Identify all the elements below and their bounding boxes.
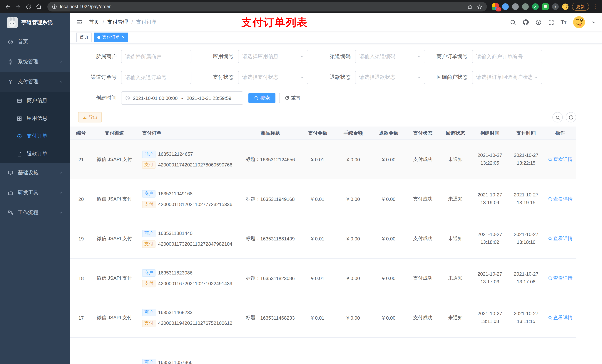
title-prefix: 标题： <box>246 235 260 242</box>
merchant-tag: 商户 <box>142 309 155 316</box>
tag-pay-order[interactable]: 支付订单 × <box>94 32 128 42</box>
breadcrumb-home[interactable]: 首页 <box>89 19 99 26</box>
pay-status-select[interactable]: 请选择支付状态 <box>238 71 308 84</box>
tag-label: 首页 <box>80 34 88 40</box>
logo[interactable]: 芋道管理系统 <box>0 13 70 32</box>
filter-label: 应用编号 <box>197 53 238 60</box>
search-button-label: 搜索 <box>260 95 270 101</box>
merchant-select[interactable] <box>121 50 191 63</box>
browser-home-icon[interactable] <box>34 2 44 11</box>
sidebar-toggle-icon[interactable] <box>76 19 83 26</box>
toggle-search-button[interactable] <box>552 112 563 123</box>
extension-drop-icon[interactable] <box>502 3 509 10</box>
cell-notify: 未通知 <box>439 179 472 219</box>
table-row[interactable]: 17 微信 JSAPI 支付 商户 1635311468233 支付 42000… <box>70 298 576 338</box>
sidebar-item-workflow[interactable]: 工作流程 <box>0 203 70 223</box>
search-button[interactable]: 搜索 <box>248 93 275 103</box>
channel-order-no-input[interactable] <box>125 74 187 80</box>
extension-globe-icon[interactable] <box>512 3 519 10</box>
reset-button[interactable]: 重置 <box>279 93 306 103</box>
extension-check-icon[interactable]: ✓ <box>532 3 539 10</box>
browser-back-icon[interactable] <box>3 2 13 11</box>
browser-menu-icon[interactable]: ⋮ <box>592 3 598 10</box>
cell-order: 商户 1635311823086 支付 42000011672021102710… <box>137 259 241 298</box>
sidebar-item-infra[interactable]: 基础设施 <box>0 163 70 183</box>
browser-update-button[interactable]: 更新 <box>572 3 589 11</box>
created-time: 13:17:03 <box>480 278 499 286</box>
sidebar-item-refund-order[interactable]: 退款订单 <box>0 145 70 163</box>
extension-circle-icon[interactable] <box>522 3 529 10</box>
cell-refund: ¥ 0.00 <box>371 140 407 179</box>
channel-code-select[interactable]: 请输入渠道编码 <box>355 50 425 63</box>
font-size-icon[interactable]: TT <box>560 19 567 26</box>
view-detail-link[interactable]: 查看详情 <box>548 275 573 281</box>
monitor-icon <box>7 170 13 176</box>
sidebar-item-pay[interactable]: ¥ 支付管理 <box>0 72 70 92</box>
browser-refresh-icon[interactable] <box>24 2 33 11</box>
browser-forward-icon[interactable] <box>13 2 23 11</box>
table-row[interactable]: 18 微信 JSAPI 支付 商户 1635311823086 支付 42000… <box>70 259 576 298</box>
export-button[interactable]: 导出 <box>78 112 102 123</box>
create-time-range-picker[interactable]: 2021-10-01 00:00:00 - 2021-10-31 23:59:5… <box>121 91 243 105</box>
table-row[interactable]: 20 微信 JSAPI 支付 商户 1635311949168 支付 42000… <box>70 179 576 219</box>
merchant-order-no-input[interactable] <box>476 54 538 60</box>
site-info-icon[interactable] <box>52 4 57 9</box>
view-detail-link[interactable]: 查看详情 <box>548 235 573 242</box>
sidebar-item-devtools[interactable]: 研发工具 <box>0 183 70 203</box>
pay-order-no: 4200001167202110271022491439 <box>158 281 232 286</box>
cell-title: 标题：1635311823086 <box>241 259 300 298</box>
bookmark-star-icon[interactable] <box>477 4 483 10</box>
view-detail-link[interactable]: 查看详情 <box>548 314 573 321</box>
channel-order-no-field[interactable] <box>121 71 191 84</box>
cell-status: 支付成功 <box>407 298 439 337</box>
sidebar-item-system[interactable]: 系统管理 <box>0 52 70 72</box>
refresh-table-button[interactable] <box>566 112 576 123</box>
pay-submenu: 商户信息 应用信息 支付订单 退款订单 <box>0 92 70 163</box>
sidebar-item-label: 退款订单 <box>27 151 47 157</box>
user-avatar[interactable] <box>573 16 585 29</box>
fullscreen-icon[interactable] <box>548 19 554 25</box>
breadcrumb-section[interactable]: 支付管理 <box>107 19 128 26</box>
cell-notify: 未通知 <box>439 219 472 258</box>
share-icon[interactable] <box>467 4 473 9</box>
sidebar-item-pay-order[interactable]: 支付订单 <box>0 127 70 145</box>
paid-time: 13:17:08 <box>517 278 535 286</box>
tag-close-icon[interactable]: × <box>122 35 125 40</box>
app-select[interactable]: 请选择应用信息 <box>238 50 308 63</box>
view-detail-link[interactable]: 查看详情 <box>548 156 573 163</box>
address-bar[interactable]: localhost:1024/pay/order <box>47 2 487 11</box>
cell-paid-time: 2021-10-27 13:19:15 <box>508 179 544 219</box>
created-date: 2021-10-27 <box>478 191 502 199</box>
extension-colorful-icon[interactable]: 10 <box>492 3 499 10</box>
refund-status-select[interactable]: 请选择退款状态 <box>355 71 425 84</box>
select-placeholder: 请输入渠道编码 <box>359 53 395 60</box>
extension-puzzle-icon[interactable]: ✦ <box>552 3 559 10</box>
pay-tag: 支付 <box>142 161 155 168</box>
filter-label: 创建时间 <box>80 95 121 101</box>
help-icon[interactable] <box>535 19 542 25</box>
table-row[interactable]: 21 微信 JSAPI 支付 商户 1635312124657 支付 42000… <box>70 140 576 179</box>
cell-notify: 未通知 <box>439 140 472 179</box>
table-row-partial[interactable]: 商户 1635311057866 <box>70 338 576 364</box>
table-row[interactable]: 19 微信 JSAPI 支付 商户 1635311881440 支付 42000… <box>70 219 576 259</box>
chevron-down-icon <box>534 75 538 80</box>
sidebar-item-home[interactable]: 首页 <box>0 32 70 52</box>
github-icon[interactable] <box>522 19 529 26</box>
sidebar-item-label: 支付管理 <box>18 78 39 85</box>
tag-home[interactable]: 首页 <box>76 32 92 42</box>
search-icon[interactable] <box>510 19 516 25</box>
merchant-input[interactable] <box>125 54 187 60</box>
created-time: 13:22:05 <box>480 159 499 167</box>
view-detail-link[interactable]: 查看详情 <box>548 196 573 202</box>
sidebar-item-app-info[interactable]: 应用信息 <box>0 110 70 127</box>
sidebar-item-merchant-info[interactable]: 商户信息 <box>0 92 70 110</box>
extension-emoji-icon[interactable] <box>562 3 569 10</box>
cell-notify: 未通知 <box>439 259 472 298</box>
merchant-tag: 商户 <box>142 359 155 364</box>
notify-status-select[interactable]: 请选择订单回调商户状态 <box>472 71 542 84</box>
gear-icon <box>7 59 13 64</box>
merchant-order-no-field[interactable] <box>472 50 542 63</box>
avatar-dropdown-caret-icon[interactable] <box>592 20 596 24</box>
chevron-down-icon <box>59 171 63 175</box>
extension-chat-icon[interactable]: ☰ <box>542 3 549 10</box>
